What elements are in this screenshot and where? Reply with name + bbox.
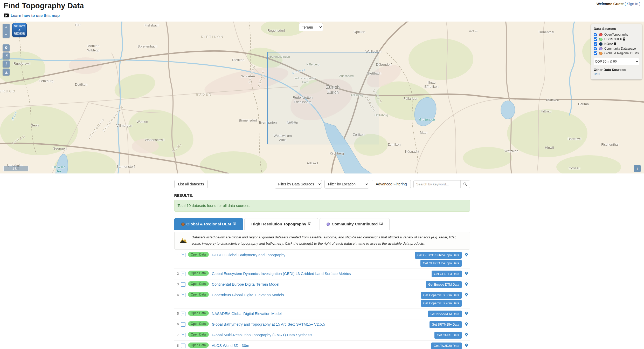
open-data-badge[interactable]: Open Data [188,281,209,286]
open-data-badge[interactable]: Open Data [188,292,209,297]
dataset-row: 8+Open DataALOS World 3D - 30mGet AW3D30… [174,341,470,349]
data-source-label: Global & Regional DEMs [604,51,639,55]
dataset-buttons: Get GEBCO SubIceTopo DataGet GEBCO IceTo… [415,252,461,267]
filter-by-data-sources-select[interactable]: Filter by Data Sources [275,180,322,189]
map-scale-bar: 2 km [3,166,29,171]
open-data-badge[interactable]: Open Data [188,252,209,257]
map-viewport[interactable]: BirrFislisbachRegensdorfOpfikonTurbentha… [0,22,644,173]
reset-view-button[interactable]: ↺ [3,52,10,59]
dataset-name-link[interactable]: NASADEM Global Digital Elevation Model [212,311,428,317]
expand-dataset-icon[interactable]: + [181,312,185,316]
dataset-buttons: Get NASADEM Data [428,311,462,317]
dataset-name-link[interactable]: Copernicus Global Digital Elevation Mode… [212,292,421,298]
map-info-button[interactable]: i [3,61,10,68]
tab-global-regional-dem[interactable]: Global & Regional DEM[9] [174,218,243,230]
dataset-number: 1 [175,252,179,258]
zoom-to-extent-pin[interactable] [465,321,468,327]
page-header: Find Topography Data Welcome Guest ( Sig… [0,0,644,20]
results-tabs: Global & Regional DEM[9]High Resolution … [174,218,470,230]
search-input[interactable] [414,180,460,188]
basemap-selector[interactable]: Terrain [299,23,323,31]
expand-dataset-icon[interactable]: + [181,322,185,327]
dataset-number: 4 [175,292,179,298]
dataset-name-link[interactable]: Global Multi-Resolution Topography (GMRT… [212,332,435,338]
dataset-name-link[interactable]: Global Bathymetry and Topography at 15 A… [212,321,430,327]
list-all-datasets-button[interactable]: List all datasets [174,180,208,188]
sign-in-link[interactable]: ( Sign In ) [625,2,640,6]
data-source-checkbox[interactable] [594,42,597,46]
select-region-button[interactable]: SELECT A REGION [12,23,27,37]
location-pin-icon [465,282,468,286]
get-data-button[interactable]: Get GMRT Data [434,332,461,339]
tab-label: Community Contributed [332,222,378,226]
tab-community-contributed[interactable]: Community Contributed[1] [320,218,390,230]
expand-dataset-icon[interactable]: + [181,333,185,337]
learn-how-link[interactable]: Learn how to use this map [4,13,60,18]
open-data-badge[interactable]: Open Data [188,332,209,337]
tab-count: [9] [233,222,236,225]
expand-dataset-icon[interactable]: + [181,282,185,287]
dataset-name-link[interactable]: GEBCO Global Bathymetry and Topography [212,252,415,258]
get-data-button[interactable]: Get SRTM15+ Data [430,321,462,328]
zoom-to-extent-pin[interactable] [465,332,468,338]
dataset-name-link[interactable]: Global Ecosystem Dynamics Investigation … [212,271,432,277]
zoom-to-extent-pin[interactable] [465,311,468,317]
expand-dataset-icon[interactable]: + [181,293,185,297]
open-data-badge[interactable]: Open Data [188,311,209,316]
expand-dataset-icon[interactable]: + [181,253,185,257]
dataset-row: 3+Open DataContinental Europe Digital Te… [174,279,470,290]
dataset-row: 4+Open DataCopernicus Global Digital Ele… [174,290,470,309]
open-data-badge[interactable]: Open Data [188,271,209,276]
filter-by-location-select[interactable]: Filter by Location [324,180,369,189]
download-map-button[interactable] [3,69,10,76]
data-source-checkbox[interactable] [594,47,597,50]
get-data-button[interactable]: Get Copernicus 30m Data [421,292,462,299]
region-selection-box[interactable] [267,52,379,144]
expand-dataset-icon[interactable]: + [181,344,185,348]
zoom-to-extent-pin[interactable] [465,292,468,298]
tab-high-resolution-topography[interactable]: High Resolution Topography[0] [244,218,318,230]
dataset-name-link[interactable]: ALOS World 3D - 30m [212,343,417,348]
location-pin-icon [465,322,468,326]
open-data-badge[interactable]: Open Data [188,343,209,348]
expand-dataset-icon[interactable]: + [181,272,185,276]
drop-pin-button[interactable] [3,44,10,51]
zoom-to-extent-pin[interactable] [465,252,468,258]
get-data-button[interactable]: Get Copernicus 90m Data [421,300,462,307]
data-source-color-dot [599,33,603,36]
dataset-buttons: Get AW3D30 DataGet AW3D30 Ellipsoidal Da… [417,343,462,349]
zoom-in-button[interactable]: + [3,24,10,31]
data-sources-panel: Data Sources OpenTopographyUSGS 3DEPNOAA… [591,24,642,79]
location-pin-icon [465,271,468,276]
data-source-checkbox[interactable] [594,37,597,41]
open-data-badge[interactable]: Open Data [188,321,209,326]
data-source-checkbox[interactable] [594,51,597,55]
search-button[interactable] [460,180,470,188]
get-data-button[interactable]: Get AW3D30 Data [431,343,461,349]
dataset-row: 5+Open DataNASADEM Global Digital Elevat… [174,309,470,319]
dataset-number: 2 [175,271,179,277]
zoom-to-extent-pin[interactable] [465,343,468,348]
dataset-buttons: Get Europe DTM Data [426,281,461,288]
dataset-number: 8 [175,343,179,349]
dataset-row: 6+Open DataGlobal Bathymetry and Topogra… [174,319,470,330]
dataset-name-link[interactable]: Continental Europe Digital Terrain Model [212,281,426,287]
usiei-link[interactable]: USIEI [594,72,603,76]
data-sources-title: Data Sources [594,27,639,31]
get-data-button[interactable]: Get GEBCO IceTopo Data [420,260,461,267]
data-source-checkbox[interactable] [594,33,597,36]
advanced-filtering-button[interactable]: Advanced Filtering [372,180,411,188]
location-pin-icon [465,293,468,297]
dataset-buttons: Get Copernicus 30m DataGet Copernicus 90… [421,292,462,307]
get-data-button[interactable]: Get NASADEM Data [428,311,462,317]
dem-selector[interactable]: COP 30m & 90m [594,58,639,65]
data-source-row: Global & Regional DEMs [594,51,639,55]
get-data-button[interactable]: Get GEDI L3 Data [432,271,461,277]
get-data-button[interactable]: Get Europe DTM Data [426,281,461,288]
zoom-to-extent-pin[interactable] [465,281,468,287]
data-source-color-dot [599,52,603,55]
attribution-info-button[interactable]: i [634,165,641,172]
get-data-button[interactable]: Get GEBCO SubIceTopo Data [415,252,461,259]
zoom-out-button[interactable]: − [3,31,10,38]
zoom-to-extent-pin[interactable] [465,271,468,277]
